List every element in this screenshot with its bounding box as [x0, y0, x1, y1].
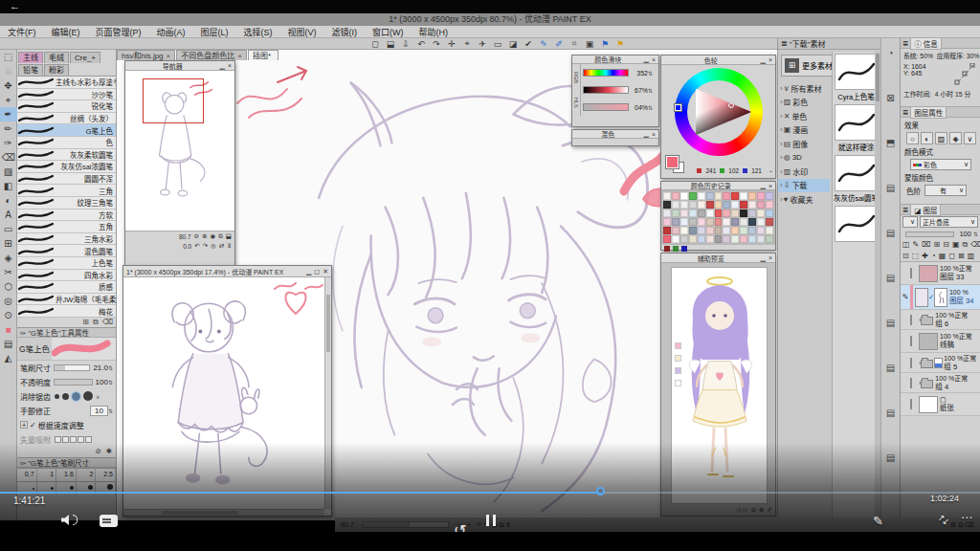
brush-row[interactable]: 梅花 — [17, 305, 116, 318]
brush-tab[interactable]: 主线 — [18, 52, 43, 63]
brush-size-cell[interactable]: 1 — [37, 469, 57, 481]
size-slider[interactable] — [54, 364, 90, 371]
layers-toolbar-icon[interactable]: ◫ — [902, 240, 910, 250]
materials-tree-item[interactable]: › ∨ 所有素材 — [778, 81, 830, 96]
hue-ring-marker[interactable] — [675, 104, 681, 111]
layer-row[interactable]: 100 %正常线稿 — [901, 330, 980, 353]
reset-rotation-icon[interactable]: ◎ — [211, 242, 216, 250]
swatch[interactable] — [731, 209, 739, 217]
vertical-scrollbar[interactable] — [324, 277, 331, 509]
palette-dot[interactable] — [675, 342, 681, 349]
swatch[interactable] — [698, 201, 705, 209]
aa-option-mid[interactable] — [72, 392, 80, 401]
swatch[interactable] — [689, 227, 697, 234]
swatch[interactable] — [757, 235, 765, 243]
effect-icon[interactable]: ○ — [906, 132, 919, 144]
zoom-slider[interactable] — [363, 521, 449, 528]
aa-option-none[interactable] — [55, 394, 59, 399]
brush-row[interactable]: 方软 — [17, 209, 116, 222]
swatch[interactable] — [766, 209, 773, 217]
rotate-cw-icon[interactable]: ↷ — [203, 242, 208, 250]
effect-icon[interactable]: ◐ — [921, 132, 933, 144]
swatch[interactable] — [748, 192, 756, 200]
swatch[interactable] — [757, 227, 765, 234]
swatch-small[interactable] — [681, 246, 687, 252]
back-icon[interactable]: ← — [10, 0, 20, 11]
brush-size-cell[interactable]: 2 — [77, 469, 97, 481]
brush-row[interactable]: 沙沙笔 — [17, 89, 116, 101]
layers-toolbar-icon[interactable]: ◻ — [948, 252, 955, 260]
brush-tab[interactable]: 铅笔 — [18, 64, 43, 76]
palette-dot[interactable] — [675, 367, 681, 374]
tool-icon[interactable]: ✑ — [0, 136, 17, 150]
material-thumbnail[interactable] — [835, 104, 879, 141]
tool-icon[interactable]: ◭ — [0, 351, 17, 365]
swatch[interactable] — [672, 235, 679, 243]
layers-toolbar-icon[interactable]: ⬚ — [912, 252, 920, 260]
layers-toolbar-icon[interactable]: ⊠ — [958, 252, 965, 260]
close-icon[interactable]: × — [228, 62, 232, 69]
swatch[interactable] — [740, 201, 747, 209]
materials-tree-item[interactable]: › ✕ 单色 — [778, 109, 830, 123]
panel-toggle-icon[interactable]: ▤ — [886, 452, 895, 463]
swatch[interactable] — [715, 227, 723, 234]
effect-icon[interactable]: ◈ — [949, 132, 962, 144]
material-label[interactable]: 灰灰仿sai圆笔 — [833, 193, 880, 204]
swatch[interactable] — [689, 201, 697, 209]
swatch[interactable] — [740, 209, 747, 217]
layers-toolbar-icon[interactable]: ⌧ — [922, 240, 930, 250]
swatch[interactable] — [748, 209, 756, 217]
brush-size-cell[interactable]: 2.5 — [96, 469, 116, 481]
navigator-preview[interactable] — [125, 71, 234, 231]
brush-row[interactable]: G笔上色 — [17, 124, 116, 137]
panel-toggle-icon[interactable]: ⬒ — [886, 138, 895, 148]
swatch[interactable] — [706, 227, 714, 234]
mirror-icon[interactable]: ⇄ — [219, 242, 224, 250]
swatch[interactable] — [715, 235, 723, 243]
stabilize-value[interactable]: 10 — [90, 406, 108, 416]
swatch[interactable] — [731, 218, 739, 226]
command-icon[interactable]: ▭ — [490, 39, 505, 49]
swatch[interactable] — [689, 192, 697, 200]
hue-slider[interactable] — [583, 69, 629, 77]
layers-toolbar-icon[interactable]: ⌫ — [970, 240, 980, 250]
swatch[interactable] — [723, 235, 730, 243]
command-icon[interactable]: ✈ — [475, 39, 490, 49]
swatch[interactable] — [757, 201, 765, 209]
menu-item[interactable]: 动画(A) — [149, 26, 193, 38]
tool-icon[interactable]: ⬡ — [0, 279, 17, 294]
minimize-icon[interactable]: ▁ — [761, 56, 766, 64]
materials-tree-item[interactable]: › ▥ 水印 — [778, 165, 830, 179]
swatch[interactable] — [706, 201, 714, 209]
swatch[interactable] — [706, 192, 714, 200]
tool-icon[interactable]: ⊞ — [0, 236, 17, 251]
panel-toggle-icon[interactable]: ▤ — [886, 408, 895, 418]
brush-row[interactable]: 灰灰仿sai浓圆笔 — [17, 161, 116, 173]
swatch[interactable] — [706, 235, 714, 243]
tool-icon[interactable]: ◌ — [0, 64, 17, 78]
shrink-icon[interactable]: ↗↙ — [938, 513, 948, 522]
subview-zoomin-icon[interactable]: ⊕ — [759, 506, 764, 514]
layers-toolbar-icon[interactable]: ⧉ — [962, 240, 968, 250]
opacity-spinner[interactable]: ⇅ — [108, 379, 113, 386]
close-icon[interactable]: ✕ — [323, 268, 328, 276]
command-icon[interactable]: ↶ — [413, 39, 429, 49]
palette-dot[interactable] — [675, 380, 681, 386]
tool-icon[interactable]: ✒ — [0, 107, 17, 121]
layers-toolbar-icon[interactable]: ✎ — [913, 240, 920, 250]
tone-dropdown[interactable]: 有∨ — [924, 185, 967, 196]
swatch[interactable] — [723, 209, 730, 217]
swatch[interactable] — [698, 218, 705, 226]
swatch[interactable] — [766, 192, 773, 200]
layer-opacity-slider[interactable] — [905, 231, 954, 237]
palette-dot[interactable] — [675, 355, 681, 362]
brush-row[interactable]: 质感 — [17, 281, 116, 294]
material-item[interactable]: 就这样硬涂 — [833, 104, 880, 153]
tool-icon[interactable]: ◐ — [0, 193, 17, 208]
material-label[interactable] — [833, 244, 880, 254]
swatch[interactable] — [698, 192, 705, 200]
command-icon[interactable]: ↷ — [429, 39, 444, 49]
material-label[interactable]: 就这样硬涂 — [833, 143, 880, 153]
video-progress-handle[interactable] — [596, 487, 605, 496]
minimize-icon[interactable]: ▁ — [644, 55, 649, 63]
